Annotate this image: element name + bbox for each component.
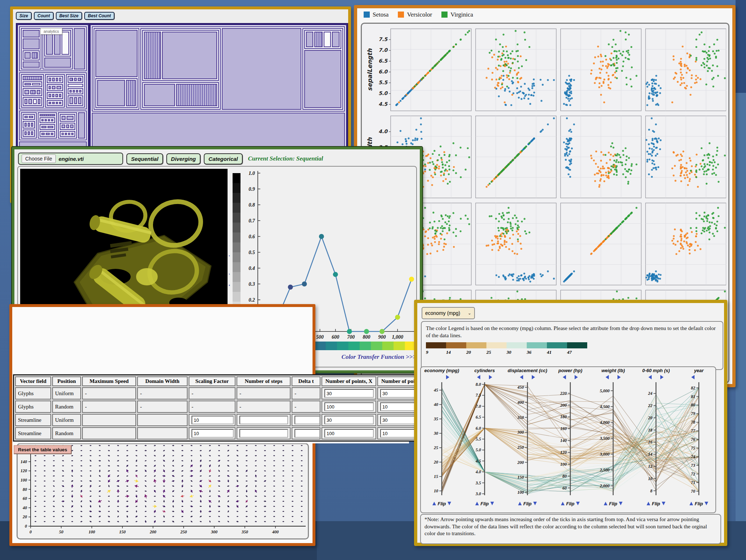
treemap-cell[interactable]: [52, 94, 54, 97]
treemap-cell[interactable]: [51, 119, 53, 121]
pcp-flip-control[interactable]: Flip: [604, 501, 623, 506]
treemap-cell[interactable]: [24, 131, 27, 135]
treemap-cell[interactable]: [78, 97, 81, 104]
treemap-cell[interactable]: [304, 50, 341, 108]
treemap-cell[interactable]: [332, 32, 340, 47]
treemap-cell[interactable]: [52, 102, 55, 104]
treemap-cell[interactable]: [52, 86, 55, 89]
treemap-cell[interactable]: [306, 32, 313, 47]
treemap-cell[interactable]: [41, 133, 45, 135]
tf-control-point[interactable]: [319, 234, 324, 239]
splom-cell[interactable]: [391, 29, 471, 111]
treemap-cell[interactable]: [97, 80, 125, 107]
pcp-flip-control[interactable]: Flip: [475, 501, 494, 506]
attribute-select[interactable]: economy (mpg) ⌄: [422, 307, 475, 319]
pcp-axis-arrows[interactable]: [477, 375, 492, 379]
treemap-cell[interactable]: [56, 102, 58, 104]
treemap-cell[interactable]: [31, 131, 33, 135]
treemap-cell[interactable]: [56, 78, 58, 81]
treemap-cell[interactable]: [48, 119, 50, 121]
pcp-axis-arrows[interactable]: [520, 375, 535, 379]
treemap-cell[interactable]: [49, 86, 51, 89]
treemap-cell[interactable]: [40, 114, 55, 116]
tf-control-point[interactable]: [395, 315, 400, 320]
table-input[interactable]: [295, 429, 320, 438]
pcp-flip-control[interactable]: Flip: [432, 501, 451, 506]
treemap-cell[interactable]: [23, 62, 40, 68]
pcp-axis-arrows[interactable]: [446, 375, 449, 379]
treemap-cell[interactable]: [23, 30, 40, 37]
treemap-cell[interactable]: [162, 32, 217, 79]
treemap-cell[interactable]: [69, 90, 72, 92]
treemap-cell[interactable]: [32, 83, 40, 85]
tf-control-point[interactable]: [333, 272, 338, 277]
treemap-cell[interactable]: [28, 99, 32, 104]
treemap-cell[interactable]: [24, 52, 31, 59]
pcp-chart[interactable]: economy (mpg)1015202530354045Flipcylinde…: [421, 367, 714, 511]
treemap-cell[interactable]: [23, 39, 40, 49]
palette-button-diverging[interactable]: Diverging: [166, 153, 201, 164]
treemap-cell[interactable]: [71, 133, 73, 135]
tf-control-point[interactable]: [302, 281, 307, 286]
treemap-cell[interactable]: [46, 133, 50, 135]
treemap-cell[interactable]: [49, 102, 51, 104]
treemap-cell[interactable]: [49, 78, 51, 81]
table-input[interactable]: [295, 416, 320, 424]
treemap-cell[interactable]: [55, 94, 58, 97]
treemap-cell[interactable]: [79, 90, 81, 92]
tf-control-point[interactable]: [409, 277, 414, 282]
tf-control-point[interactable]: [364, 329, 369, 334]
treemap-cell[interactable]: [28, 123, 30, 127]
treemap-cell[interactable]: [65, 133, 67, 135]
treemap-cell[interactable]: [24, 116, 28, 118]
treemap-button-best-size[interactable]: Best Size: [56, 12, 82, 20]
table-input[interactable]: [192, 416, 234, 424]
treemap-cell[interactable]: [37, 90, 41, 94]
treemap-cell[interactable]: [46, 32, 53, 55]
treemap-cell[interactable]: [24, 123, 27, 127]
pcp-axis-arrows[interactable]: [648, 375, 664, 379]
treemap-cell[interactable]: [57, 86, 61, 89]
treemap-cell[interactable]: [41, 119, 44, 121]
table-input[interactable]: [239, 416, 288, 424]
treemap-cell[interactable]: [29, 116, 33, 118]
treemap-cell[interactable]: [62, 32, 69, 55]
treemap-cell[interactable]: [52, 78, 55, 81]
treemap-button-best-count[interactable]: Best Count: [84, 12, 114, 20]
treemap-cell[interactable]: [144, 32, 161, 79]
treemap-cell[interactable]: [74, 97, 77, 104]
treemap-cell[interactable]: [28, 131, 30, 135]
table-input[interactable]: [324, 402, 374, 411]
table-input[interactable]: [324, 389, 374, 398]
splom-cell[interactable]: [561, 203, 641, 285]
splom-cell[interactable]: [561, 116, 641, 198]
treemap-cell[interactable]: [78, 78, 81, 81]
treemap-cell[interactable]: [59, 102, 61, 104]
treemap-cell[interactable]: [54, 32, 60, 55]
treemap-cell[interactable]: [59, 78, 61, 81]
treemap-cell[interactable]: [62, 116, 66, 119]
pcp-axis-arrows[interactable]: [606, 375, 621, 379]
splom-cell[interactable]: [646, 116, 726, 198]
treemap-cell[interactable]: [31, 123, 33, 127]
treemap-cell[interactable]: [38, 99, 41, 104]
treemap-cell[interactable]: [30, 90, 35, 94]
splom-cell[interactable]: [476, 203, 556, 285]
splom-cell[interactable]: [561, 29, 641, 111]
treemap-cell[interactable]: [95, 30, 138, 77]
treemap-cell[interactable]: [78, 112, 85, 139]
treemap-button-count[interactable]: Count: [34, 12, 54, 20]
treemap-cell[interactable]: [68, 84, 83, 87]
treemap-cell[interactable]: [70, 125, 73, 128]
treemap-cell[interactable]: [44, 58, 71, 68]
pcp-axis-arrows[interactable]: [691, 375, 695, 379]
treemap-cell[interactable]: [74, 28, 85, 69]
table-input[interactable]: [192, 429, 234, 438]
treemap-cell[interactable]: [48, 126, 53, 128]
treemap-cell[interactable]: [51, 133, 53, 135]
treemap-cell[interactable]: [23, 76, 42, 80]
treemap-cell[interactable]: [176, 84, 217, 107]
pcp-flip-control[interactable]: Flip: [561, 501, 580, 506]
palette-button-categorical[interactable]: Categorical: [204, 153, 243, 164]
treemap-cell[interactable]: [73, 90, 75, 92]
